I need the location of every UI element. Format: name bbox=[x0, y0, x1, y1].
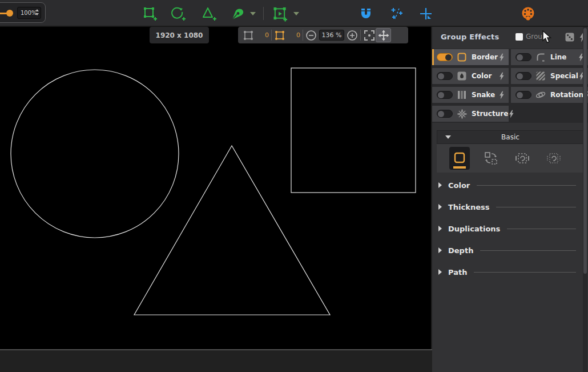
lightning-icon[interactable] bbox=[508, 110, 514, 118]
select-tool-dropdown-icon[interactable] bbox=[293, 12, 299, 15]
snake-icon bbox=[457, 90, 467, 100]
effect-row-special[interactable]: Special bbox=[511, 68, 588, 84]
bbox-orange-value: 0 bbox=[285, 31, 300, 39]
effect-label: Special bbox=[550, 72, 578, 80]
bbox-gray-value: 0 bbox=[254, 31, 269, 39]
preset-rotate-bounds-button[interactable] bbox=[512, 147, 533, 170]
expand-arrow-icon bbox=[438, 204, 442, 210]
accordion-label: Path bbox=[448, 268, 467, 277]
mouse-cursor bbox=[542, 30, 553, 46]
accordion-color[interactable]: Color bbox=[432, 179, 588, 191]
panel-title: Group Effects bbox=[441, 33, 499, 41]
accordion-label: Duplications bbox=[448, 225, 500, 233]
accordion-path[interactable]: Path bbox=[432, 266, 588, 278]
effect-row-line[interactable]: Line bbox=[511, 49, 588, 65]
canvas-viewport[interactable] bbox=[0, 27, 431, 349]
effects-grid: Border Line bbox=[432, 49, 588, 123]
view-toolbar: 0 0 136 % bbox=[238, 27, 408, 43]
select-animate-icon[interactable] bbox=[273, 6, 288, 21]
canvas-shape-triangle[interactable] bbox=[134, 146, 330, 315]
collapse-arrow-icon bbox=[445, 135, 451, 139]
line-toggle[interactable] bbox=[515, 53, 531, 61]
timeline-strip bbox=[0, 349, 432, 372]
rotation-icon bbox=[535, 90, 546, 100]
accordion-label: Depth bbox=[448, 246, 473, 255]
pan-tool-button[interactable] bbox=[376, 28, 391, 42]
opacity-slider-knob[interactable] bbox=[6, 10, 13, 17]
expand-arrow-icon bbox=[438, 269, 442, 275]
effect-label: Color bbox=[472, 72, 492, 80]
resolution-label: 1920 x 1080 bbox=[150, 27, 209, 43]
lightning-icon[interactable] bbox=[498, 91, 505, 99]
expand-arrow-icon bbox=[438, 247, 442, 253]
opacity-value: 100% bbox=[21, 10, 37, 16]
effect-label: Line bbox=[550, 53, 566, 61]
fit-view-icon[interactable] bbox=[363, 29, 376, 42]
special-toggle[interactable] bbox=[515, 72, 531, 80]
effect-row-structure[interactable]: Structure bbox=[432, 106, 509, 122]
color-icon bbox=[457, 71, 467, 81]
effect-row-snake[interactable]: Snake bbox=[432, 87, 509, 103]
accordion-label: Thickness bbox=[448, 203, 489, 211]
zoom-in-icon[interactable] bbox=[347, 30, 358, 41]
spinner-arrows-icon[interactable] bbox=[35, 9, 39, 15]
preset-border-basic-button[interactable] bbox=[449, 147, 470, 170]
panel-header: Group Effects Group bbox=[432, 27, 588, 49]
border-icon bbox=[457, 52, 467, 62]
randomize-icon[interactable] bbox=[565, 33, 574, 42]
pen-tool-icon[interactable] bbox=[231, 6, 245, 21]
magnet-snap-icon[interactable] bbox=[359, 6, 373, 21]
structure-icon bbox=[457, 109, 467, 119]
pan-arrows-icon bbox=[378, 30, 389, 41]
accordion-duplications[interactable]: Duplications bbox=[432, 223, 588, 234]
opacity-control: 100% bbox=[0, 2, 46, 23]
zoom-out-icon[interactable] bbox=[305, 30, 317, 41]
app-window: 100% bbox=[0, 0, 588, 372]
lightning-icon[interactable] bbox=[498, 72, 505, 81]
rotation-toggle[interactable] bbox=[515, 91, 531, 99]
group-checkbox[interactable] bbox=[515, 33, 523, 41]
effect-row-color[interactable]: Color bbox=[432, 68, 509, 84]
effect-label: Snake bbox=[472, 91, 495, 99]
toolbar-separator bbox=[263, 7, 264, 20]
accordion-thickness[interactable]: Thickness bbox=[432, 201, 588, 213]
canvas-shape-circle[interactable] bbox=[11, 70, 179, 238]
main-toolbar: 100% bbox=[0, 0, 588, 27]
special-icon bbox=[535, 71, 546, 81]
snake-toggle[interactable] bbox=[437, 91, 453, 99]
expand-arrow-icon bbox=[438, 226, 442, 231]
opacity-spinner[interactable]: 100% bbox=[17, 7, 41, 19]
zoom-level-field[interactable]: 136 % bbox=[319, 30, 344, 41]
accordion-depth[interactable]: Depth bbox=[432, 245, 588, 256]
expand-arrow-icon bbox=[438, 182, 442, 188]
add-triangle-icon[interactable] bbox=[202, 6, 217, 21]
pen-tool-dropdown-icon[interactable] bbox=[250, 12, 256, 15]
add-rectangle-icon[interactable] bbox=[143, 6, 158, 21]
color-toggle[interactable] bbox=[437, 72, 453, 80]
preset-swap-button[interactable] bbox=[481, 147, 501, 170]
panel-scrollbar[interactable] bbox=[583, 27, 587, 372]
smart-snap-icon[interactable] bbox=[389, 6, 404, 21]
line-icon bbox=[535, 52, 546, 62]
effect-row-border[interactable]: Border bbox=[432, 49, 509, 65]
canvas-shape-square[interactable] bbox=[291, 68, 416, 193]
add-guide-icon[interactable] bbox=[418, 6, 433, 21]
zoom-level-value: 136 % bbox=[322, 31, 342, 39]
preset-section-header[interactable]: Basic bbox=[437, 130, 584, 144]
effect-label: Rotation bbox=[550, 91, 583, 99]
border-toggle[interactable] bbox=[437, 53, 453, 61]
preset-rotate-dotted-button[interactable] bbox=[543, 147, 564, 170]
scrollbar-thumb[interactable] bbox=[583, 28, 587, 274]
accordion-label: Color bbox=[448, 181, 470, 190]
effect-label: Structure bbox=[472, 110, 508, 118]
lightning-icon[interactable] bbox=[498, 53, 505, 62]
group-effects-panel: Group Effects Group Border bbox=[432, 27, 588, 372]
preset-section-title: Basic bbox=[451, 133, 570, 141]
effect-row-rotation[interactable]: Rotation bbox=[511, 87, 588, 103]
color-palette-icon[interactable] bbox=[521, 6, 535, 21]
bbox-orange-icon[interactable] bbox=[274, 30, 285, 41]
preset-buttons bbox=[437, 144, 584, 173]
add-ellipse-icon[interactable] bbox=[171, 6, 186, 21]
structure-toggle[interactable] bbox=[437, 110, 453, 118]
bbox-gray-icon[interactable] bbox=[243, 30, 254, 41]
